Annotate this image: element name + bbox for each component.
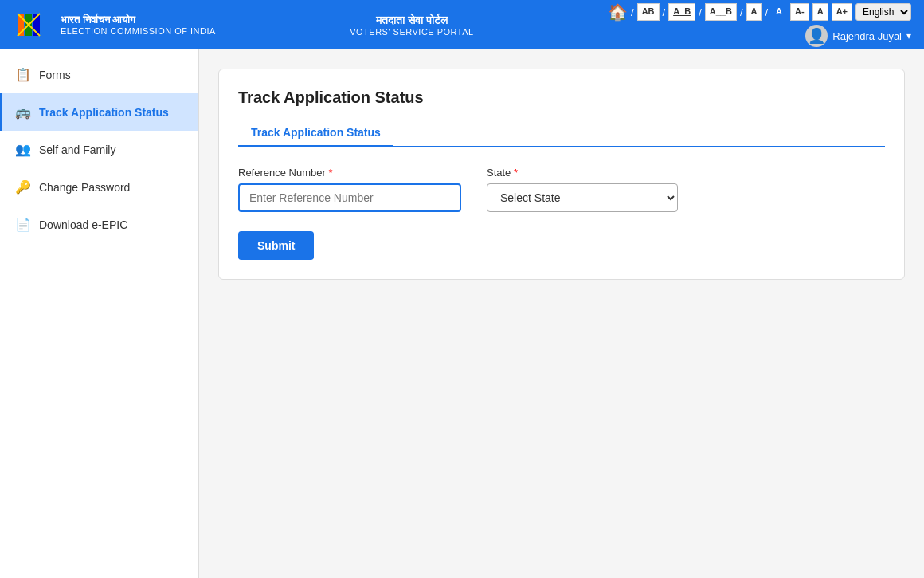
submit-button[interactable]: Submit bbox=[238, 231, 314, 260]
sidebar: 📋 Forms 🚌 Track Application Status 👥 Sel… bbox=[0, 49, 199, 578]
font-ab-button[interactable]: AB bbox=[637, 3, 660, 20]
sidebar-icon-download-epic: 📄 bbox=[15, 217, 31, 232]
sidebar-label-track: Track Application Status bbox=[39, 106, 169, 119]
form-row: Reference Number * State * Select StateA… bbox=[238, 167, 885, 212]
app-header: भारत निर्वाचन आयोग ELECTION COMMISSION O… bbox=[0, 0, 924, 49]
reference-required-star: * bbox=[328, 167, 332, 179]
header-center: मतदाता सेवा पोर्टल VOTERS' SERVICE PORTA… bbox=[350, 14, 474, 37]
font-a-minus-button[interactable]: A- bbox=[790, 3, 809, 20]
sidebar-label-forms: Forms bbox=[39, 69, 71, 81]
home-button[interactable]: 🏠 bbox=[608, 2, 628, 22]
header-title-hindi: भारत निर्वाचन आयोग bbox=[61, 14, 216, 26]
tab-track-application[interactable]: Track Application Status bbox=[238, 120, 393, 147]
header-icons-row: 🏠 / AB / A_B / A__B / A / A A- A A+ Engl… bbox=[608, 2, 911, 22]
track-status-card: Track Application Status Track Applicati… bbox=[218, 69, 905, 280]
font-a-double-button[interactable]: A__B bbox=[705, 3, 737, 20]
language-select[interactable]: English Hindi bbox=[855, 3, 911, 21]
user-name: Rajendra Juyal bbox=[832, 30, 902, 42]
header-left: भारत निर्वाचन आयोग ELECTION COMMISSION O… bbox=[13, 6, 216, 44]
sidebar-item-self-family[interactable]: 👥 Self and Family bbox=[0, 131, 198, 168]
reference-number-group: Reference Number * bbox=[238, 167, 461, 212]
main-layout: 📋 Forms 🚌 Track Application Status 👥 Sel… bbox=[0, 49, 924, 578]
font-ab-underline-button[interactable]: A_B bbox=[668, 3, 695, 20]
user-avatar: 👤 bbox=[805, 25, 828, 47]
sidebar-icon-change-password: 🔑 bbox=[15, 179, 31, 195]
header-title-block: भारत निर्वाचन आयोग ELECTION COMMISSION O… bbox=[61, 14, 216, 36]
sidebar-item-forms[interactable]: 📋 Forms bbox=[0, 56, 198, 93]
reference-label: Reference Number * bbox=[238, 167, 461, 179]
font-a-active-button[interactable]: A bbox=[771, 3, 787, 20]
sidebar-icon-self-family: 👥 bbox=[15, 142, 31, 157]
state-label: State * bbox=[487, 167, 678, 179]
sidebar-item-change-password[interactable]: 🔑 Change Password bbox=[0, 168, 198, 206]
sidebar-item-track[interactable]: 🚌 Track Application Status bbox=[0, 93, 198, 131]
header-top-right: 🏠 / AB / A_B / A__B / A / A A- A A+ Engl… bbox=[608, 2, 911, 47]
card-title: Track Application Status bbox=[238, 88, 885, 107]
portal-title-eng: VOTERS' SERVICE PORTAL bbox=[350, 27, 474, 37]
user-menu-chevron-icon[interactable]: ▾ bbox=[906, 30, 911, 41]
font-a-small-button[interactable]: A bbox=[746, 3, 762, 20]
sidebar-icon-track: 🚌 bbox=[15, 104, 31, 120]
sidebar-label-download-epic: Download e-EPIC bbox=[39, 218, 127, 231]
sidebar-icon-forms: 📋 bbox=[15, 67, 31, 82]
main-content: Track Application Status Track Applicati… bbox=[199, 49, 924, 578]
sidebar-label-self-family: Self and Family bbox=[39, 144, 116, 156]
tab-bar: Track Application Status bbox=[238, 120, 885, 147]
header-title-eng: ELECTION COMMISSION OF INDIA bbox=[61, 26, 216, 36]
state-group: State * Select StateAndhra PradeshArunac… bbox=[487, 167, 678, 212]
font-a-normal-button[interactable]: A bbox=[812, 3, 828, 20]
header-user-row: 👤 Rajendra Juyal ▾ bbox=[805, 25, 911, 47]
font-a-plus-button[interactable]: A+ bbox=[832, 3, 852, 20]
user-circle-icon: 👤 bbox=[808, 27, 825, 45]
sidebar-label-change-password: Change Password bbox=[39, 181, 130, 194]
eci-logo bbox=[13, 6, 51, 44]
state-select[interactable]: Select StateAndhra PradeshArunachal Prad… bbox=[487, 183, 678, 212]
state-required-star: * bbox=[514, 167, 518, 179]
home-icon: 🏠 bbox=[608, 2, 628, 22]
reference-number-input[interactable] bbox=[238, 183, 461, 212]
portal-title-hindi: मतदाता सेवा पोर्टल bbox=[350, 14, 474, 27]
sidebar-item-download-epic[interactable]: 📄 Download e-EPIC bbox=[0, 206, 198, 243]
